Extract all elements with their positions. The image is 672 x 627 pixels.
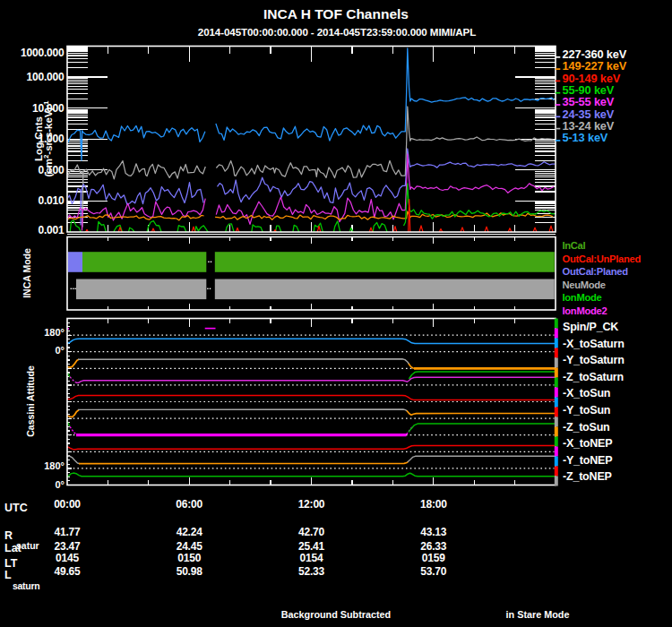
svg-text:42.70: 42.70 bbox=[298, 526, 325, 538]
svg-text:NeuMode: NeuMode bbox=[563, 279, 606, 290]
svg-text:41.77: 41.77 bbox=[54, 526, 81, 538]
svg-text:-Y_toSun: -Y_toSun bbox=[563, 404, 610, 417]
svg-text:1000.000: 1000.000 bbox=[21, 47, 65, 59]
svg-text:42.24: 42.24 bbox=[177, 526, 203, 538]
svg-text:0°: 0° bbox=[55, 479, 65, 490]
svg-text:-Z_toNEP: -Z_toNEP bbox=[563, 470, 612, 483]
svg-text:180°: 180° bbox=[44, 327, 65, 338]
svg-text:saturn: saturn bbox=[13, 580, 39, 591]
svg-text:OutCal:UnPlaned: OutCal:UnPlaned bbox=[563, 253, 642, 264]
svg-text:180°: 180° bbox=[44, 460, 65, 471]
svg-text:0°: 0° bbox=[55, 345, 65, 356]
svg-text:52.33: 52.33 bbox=[298, 565, 325, 578]
svg-text:53.70: 53.70 bbox=[420, 565, 447, 578]
svg-text:Spin/P_CK: Spin/P_CK bbox=[563, 321, 618, 333]
svg-text:0145: 0145 bbox=[56, 552, 79, 564]
svg-text:0.001: 0.001 bbox=[38, 224, 65, 236]
svg-text:0.010: 0.010 bbox=[38, 194, 65, 207]
svg-text:50.98: 50.98 bbox=[177, 565, 203, 578]
svg-text:5-13 keV: 5-13 keV bbox=[563, 131, 608, 144]
svg-text:18:00: 18:00 bbox=[420, 498, 447, 511]
svg-text:-Y_toSaturn: -Y_toSaturn bbox=[563, 354, 625, 366]
svg-text:-Y_toNEP: -Y_toNEP bbox=[563, 454, 612, 467]
svg-text:43.13: 43.13 bbox=[420, 526, 447, 538]
svg-text:-Z_toSaturn: -Z_toSaturn bbox=[563, 371, 624, 383]
svg-text:IonMode: IonMode bbox=[563, 292, 602, 303]
svg-text:-X_toSun: -X_toSun bbox=[563, 387, 610, 399]
svg-text:100.000: 100.000 bbox=[27, 71, 65, 83]
svg-text:12:00: 12:00 bbox=[298, 498, 325, 511]
svg-text:0150: 0150 bbox=[177, 552, 201, 564]
svg-text:INCA H TOF Channels: INCA H TOF Channels bbox=[263, 6, 409, 21]
svg-text:26.33: 26.33 bbox=[420, 540, 447, 553]
svg-text:06:00: 06:00 bbox=[176, 498, 202, 511]
svg-text:24.45: 24.45 bbox=[177, 540, 203, 553]
svg-text:IonMode2: IonMode2 bbox=[563, 305, 607, 316]
svg-text:23.47: 23.47 bbox=[54, 540, 81, 553]
svg-text:25.41: 25.41 bbox=[298, 540, 325, 553]
svg-text:InCal: InCal bbox=[563, 240, 586, 251]
svg-text:0154: 0154 bbox=[300, 552, 323, 564]
svg-text:(cm2-sr-s-keV)-1: (cm2-sr-s-keV)-1 bbox=[42, 100, 54, 177]
svg-text:OutCal:Planed: OutCal:Planed bbox=[563, 266, 629, 277]
svg-text:Lat: Lat bbox=[4, 542, 22, 554]
svg-text:49.65: 49.65 bbox=[54, 565, 81, 578]
svg-text:0159: 0159 bbox=[422, 552, 445, 564]
svg-text:Background Subtracted: Background Subtracted bbox=[281, 609, 391, 620]
svg-text:L: L bbox=[4, 569, 12, 581]
svg-text:in Stare Mode: in Stare Mode bbox=[506, 609, 570, 620]
svg-text:Cassini Attitude: Cassini Attitude bbox=[25, 365, 36, 437]
svg-text:-X_toNEP: -X_toNEP bbox=[563, 437, 612, 450]
svg-text:R: R bbox=[4, 529, 13, 542]
svg-text:-Z_toSun: -Z_toSun bbox=[563, 421, 610, 434]
svg-text:LT: LT bbox=[4, 557, 18, 570]
svg-text:2014-045T00:00:00.000 - 2014-0: 2014-045T00:00:00.000 - 2014-045T23:59:0… bbox=[198, 26, 476, 38]
svg-text:-X_toSaturn: -X_toSaturn bbox=[563, 338, 625, 350]
svg-text:00:00: 00:00 bbox=[54, 498, 81, 511]
svg-text:UTC: UTC bbox=[4, 502, 28, 514]
svg-text:INCA Mode: INCA Mode bbox=[22, 248, 32, 298]
